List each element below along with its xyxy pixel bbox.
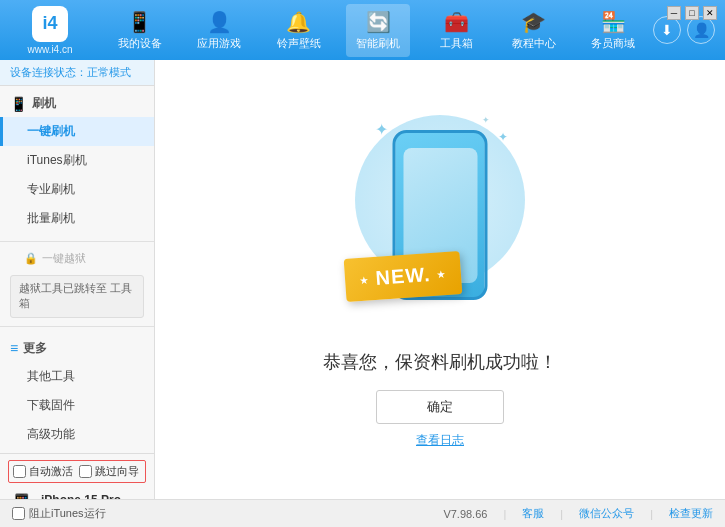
status-prefix: 设备连接状态： (10, 66, 87, 78)
nav-smart-flash[interactable]: 🔄 智能刷机 (346, 4, 410, 57)
skip-guide-label: 跳过向导 (95, 464, 139, 479)
nav-my-device-label: 我的设备 (118, 36, 162, 51)
sparkle-3: ✦ (482, 115, 490, 125)
stop-itunes-checkbox[interactable] (12, 507, 25, 520)
log-link[interactable]: 查看日志 (416, 432, 464, 449)
window-controls: ─ □ ✕ (667, 6, 717, 20)
more-section: ≡ 更多 其他工具 下载固件 高级功能 (0, 331, 154, 453)
flash-section-icon: 📱 (10, 96, 27, 112)
jailbreak-note: 越狱工具已跳转至 工具箱 (10, 275, 144, 318)
sidebar-item-pro-flash[interactable]: 专业刷机 (0, 175, 154, 204)
footer: 阻止iTunes运行 V7.98.66 | 客服 | 微信公众号 | 检查更新 (0, 499, 725, 527)
sidebar-item-advanced[interactable]: 高级功能 (0, 420, 154, 449)
version-label: V7.98.66 (443, 508, 487, 520)
new-ribbon: ★ NEW. ★ (344, 251, 463, 302)
device-name: iPhone 15 Pro Max (41, 491, 146, 499)
stop-itunes-label: 阻止iTunes运行 (29, 506, 106, 521)
skip-guide-checkbox[interactable] (79, 465, 92, 478)
footer-left: 阻止iTunes运行 (12, 506, 443, 521)
toolbox-icon: 🧰 (444, 10, 469, 34)
merchant-icon: 🏪 (601, 10, 626, 34)
lock-icon: 🔒 (24, 252, 38, 265)
nav-tutorials-label: 教程中心 (512, 36, 556, 51)
nav-smart-flash-label: 智能刷机 (356, 36, 400, 51)
close-button[interactable]: ✕ (703, 6, 717, 20)
content-area: ✦ ✦ ✦ ★ NEW. ★ 恭喜您，保资料刷机成功啦！ 确定 查看日志 (155, 60, 725, 499)
sidebar-item-download-firmware[interactable]: 下载固件 (0, 391, 154, 420)
sidebar-divider-1 (0, 241, 154, 242)
device-info: 📱 iPhone 15 Pro Max 512GB iPhone (8, 487, 146, 499)
logo-url: www.i4.cn (27, 44, 72, 55)
nav-apps-label: 应用游戏 (197, 36, 241, 51)
tutorials-icon: 🎓 (521, 10, 546, 34)
auto-activate-label: 自动激活 (29, 464, 73, 479)
header-right: ⬇ 👤 (653, 16, 715, 44)
footer-divider-1: | (503, 508, 506, 520)
jailbreak-section: 🔒 一键越狱 (0, 246, 154, 271)
sparkle-1: ✦ (375, 120, 388, 139)
nav-toolbox-label: 工具箱 (440, 36, 473, 51)
footer-divider-3: | (650, 508, 653, 520)
sidebar-item-other-tools[interactable]: 其他工具 (0, 362, 154, 391)
auto-activate-checkbox[interactable] (13, 465, 26, 478)
download-button[interactable]: ⬇ (653, 16, 681, 44)
nav-tutorials[interactable]: 🎓 教程中心 (502, 4, 566, 57)
success-message: 恭喜您，保资料刷机成功啦！ (323, 350, 557, 374)
confirm-button[interactable]: 确定 (376, 390, 504, 424)
device-icon: 📱 (127, 10, 152, 34)
user-button[interactable]: 👤 (687, 16, 715, 44)
footer-divider-2: | (560, 508, 563, 520)
status-bar: 设备连接状态：正常模式 (0, 60, 154, 86)
checkbox-row: 自动激活 跳过向导 (8, 460, 146, 483)
footer-link-update[interactable]: 检查更新 (669, 506, 713, 521)
skip-guide-item[interactable]: 跳过向导 (79, 464, 139, 479)
minimize-button[interactable]: ─ (667, 6, 681, 20)
apps-icon: 👤 (207, 10, 232, 34)
maximize-button[interactable]: □ (685, 6, 699, 20)
footer-right: V7.98.66 | 客服 | 微信公众号 | 检查更新 (443, 506, 713, 521)
sparkle-2: ✦ (498, 130, 508, 144)
nav-merchant-label: 务员商域 (591, 36, 635, 51)
jailbreak-label: 一键越狱 (42, 251, 86, 266)
auto-activate-item[interactable]: 自动激活 (13, 464, 73, 479)
sidebar-bottom: 自动激活 跳过向导 📱 iPhone 15 Pro Max 512GB iPho… (0, 453, 154, 499)
nav-my-device[interactable]: 📱 我的设备 (108, 4, 172, 57)
main-layout: 设备连接状态：正常模式 📱 刷机 一键刷机 iTunes刷机 专业刷机 批量刷机… (0, 60, 725, 499)
sidebar-divider-2 (0, 326, 154, 327)
device-phone-icon: 📱 (8, 493, 35, 499)
more-label: 更多 (23, 340, 47, 357)
header: i4 www.i4.cn 📱 我的设备 👤 应用游戏 🔔 铃声壁纸 🔄 智能刷机… (0, 0, 725, 60)
sidebar: 设备连接状态：正常模式 📱 刷机 一键刷机 iTunes刷机 专业刷机 批量刷机… (0, 60, 155, 499)
footer-link-support[interactable]: 客服 (522, 506, 544, 521)
sidebar-item-itunes-flash[interactable]: iTunes刷机 (0, 146, 154, 175)
sidebar-item-one-key-flash[interactable]: 一键刷机 (0, 117, 154, 146)
nav-ringtones[interactable]: 🔔 铃声壁纸 (267, 4, 331, 57)
sidebar-item-batch-flash[interactable]: 批量刷机 (0, 204, 154, 233)
flash-section-header: 📱 刷机 (0, 90, 154, 117)
nav-bar: 📱 我的设备 👤 应用游戏 🔔 铃声壁纸 🔄 智能刷机 🧰 工具箱 🎓 教程中心… (100, 4, 653, 57)
more-section-header: ≡ 更多 (0, 335, 154, 362)
flash-icon: 🔄 (366, 10, 391, 34)
flash-section-label: 刷机 (32, 95, 56, 112)
nav-apps-games[interactable]: 👤 应用游戏 (187, 4, 251, 57)
flash-section: 📱 刷机 一键刷机 iTunes刷机 专业刷机 批量刷机 (0, 86, 154, 237)
logo: i4 www.i4.cn (10, 6, 90, 55)
footer-link-wechat[interactable]: 微信公众号 (579, 506, 634, 521)
nav-ringtones-label: 铃声壁纸 (277, 36, 321, 51)
device-details: iPhone 15 Pro Max 512GB iPhone (41, 491, 146, 499)
phone-graphic: ✦ ✦ ✦ ★ NEW. ★ (350, 110, 530, 330)
nav-merchant[interactable]: 🏪 务员商域 (581, 4, 645, 57)
logo-icon: i4 (32, 6, 68, 42)
more-icon: ≡ (10, 340, 18, 356)
status-value: 正常模式 (87, 66, 131, 78)
nav-toolbox[interactable]: 🧰 工具箱 (426, 4, 486, 57)
ringtones-icon: 🔔 (286, 10, 311, 34)
